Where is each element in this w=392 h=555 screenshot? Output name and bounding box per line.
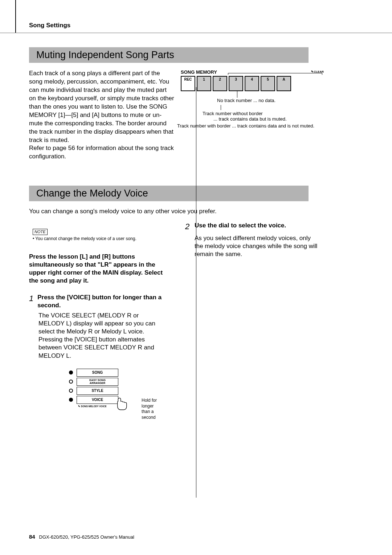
memory-btn-5: 5	[261, 76, 275, 91]
note-label: NOTE	[33, 229, 48, 235]
step-1-body: The VOICE SELECT (MELODY R or MELODY L) …	[38, 312, 163, 360]
panel-btn-song: SONG	[77, 369, 118, 377]
step-2-body: As you select different melody voices, o…	[195, 234, 319, 258]
right-column: 2 Use the dial to select the voice. As y…	[185, 222, 319, 421]
led-off-icon	[69, 380, 73, 384]
section-header: Song Settings	[29, 22, 70, 29]
press-lr-instruction: Press the lesson [L] and [R] buttons sim…	[29, 253, 163, 285]
manual-title: DGX-620/520, YPG-625/525 Owner's Manual	[39, 534, 134, 540]
song-memory-diagram: SONG MEMORY ✎CLEAR REC 1 2 3 4 5 A No tr…	[181, 69, 326, 161]
step-1-number: 1	[29, 293, 34, 309]
caption-no-border: Track number without border	[203, 111, 263, 116]
led-off-icon	[69, 389, 73, 393]
led-on-icon	[69, 398, 73, 402]
step-2-title: Use the dial to select the voice.	[195, 222, 286, 232]
muting-body: Each track of a song plays a different p…	[29, 69, 174, 161]
memory-btn-1: 1	[197, 76, 211, 91]
song-memory-label: SONG MEMORY	[181, 69, 217, 75]
memory-btn-2: 2	[213, 76, 227, 91]
caption-with-border: Track number with border ... track conta…	[177, 123, 326, 129]
section-title-melody: Change the Melody Voice	[29, 186, 309, 201]
memory-btn-3: 3	[229, 76, 243, 91]
step-1-title: Press the [VOICE] button for longer than…	[37, 293, 163, 309]
note-box: NOTE • You cannot change the melody voic…	[33, 229, 163, 242]
page-number: 84	[29, 534, 35, 540]
memory-btn-a: A	[277, 76, 291, 91]
caption-no-border-2: ... track contains data but is muted.	[213, 116, 287, 122]
page-footer: 84 DGX-620/520, YPG-625/525 Owner's Manu…	[29, 534, 134, 540]
panel-btn-voice: VOICE	[77, 396, 118, 404]
section-title-muting: Muting Independent Song Parts	[29, 47, 309, 63]
led-on-icon	[69, 370, 73, 374]
clear-label: ✎CLEAR	[311, 70, 324, 73]
note-text: • You cannot change the melody voice of …	[33, 236, 163, 242]
pointing-hand-icon	[116, 397, 129, 411]
memory-btn-4: 4	[245, 76, 259, 91]
panel-btn-style: STYLE	[77, 387, 118, 395]
memory-btn-rec: REC	[181, 76, 195, 91]
left-column: NOTE • You cannot change the melody voic…	[29, 222, 163, 421]
caption-no-data: No track number ... no data.	[217, 98, 275, 103]
step-2-number: 2	[185, 222, 192, 232]
panel-btn-easy-song: EASY SONG ARRANGER	[77, 378, 118, 386]
voice-button-diagram: SONG EASY SONG ARRANGER STYLE	[69, 369, 163, 421]
